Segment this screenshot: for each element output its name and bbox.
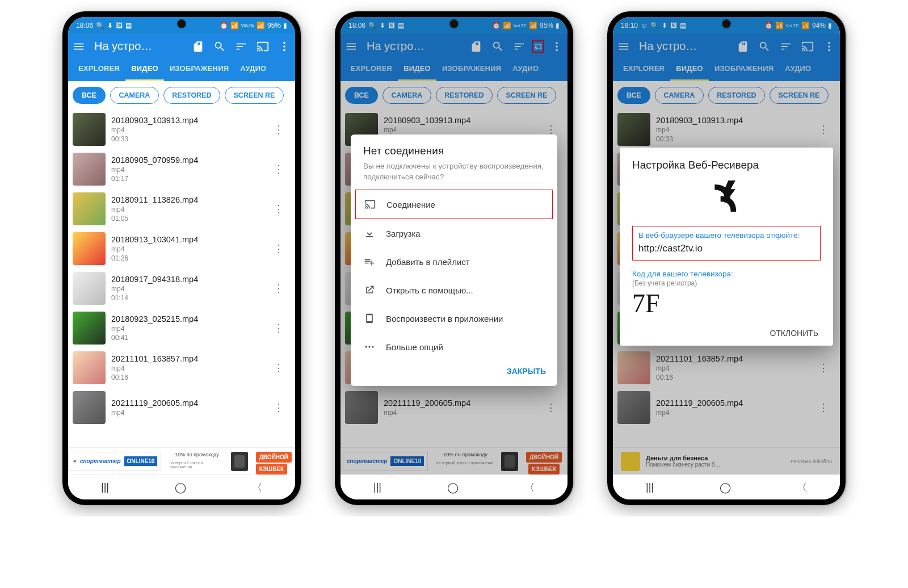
nav-home-icon[interactable]: ◯ [175,481,186,494]
tab-explorer[interactable]: EXPLORER [617,58,670,81]
option-playinapp[interactable]: Воспроизвести в приложении [351,304,557,333]
tab-audio[interactable]: АУДИО [507,58,544,81]
row-menu-icon[interactable]: ⋮ [269,317,288,339]
tab-video[interactable]: ВИДЕО [670,58,709,81]
ad-banner[interactable]: спортмастер ONLINE10 -10% по промокодуна… [340,447,568,474]
nav-back-icon[interactable]: 〈 [524,481,535,494]
tab-explorer[interactable]: EXPLORER [345,58,398,81]
nav-recent-icon[interactable]: ||| [646,481,654,493]
file-row[interactable]: 20180905_070959.mp4mp401:17⋮ [68,149,295,189]
dialog-close-button[interactable]: ЗАКРЫТЬ [351,361,557,381]
sd-card-icon[interactable] [737,40,749,53]
row-menu-icon[interactable]: ⋮ [269,238,288,259]
sd-card-icon[interactable] [470,40,482,53]
ad-banner[interactable]: ◄ спортмастер ONLINE10 -10% по промокоду… [68,447,295,474]
file-row[interactable]: 20180917_094318.mp4mp401:14⋮ [68,268,295,308]
filter-chips: ВСЕ CAMERA RESTORED SCREEN RE [340,81,568,110]
cast-icon [364,198,376,211]
nav-recent-icon[interactable]: ||| [373,481,381,493]
chip-restored[interactable]: RESTORED [436,87,493,104]
sort-icon[interactable] [780,40,792,53]
chip-restored[interactable]: RESTORED [163,87,220,104]
row-menu-icon[interactable]: ⋮ [269,119,288,140]
file-row[interactable]: 20211119_200605.mp4mp4⋮ [340,388,568,427]
cast-icon[interactable] [801,40,814,53]
menu-icon[interactable] [73,40,85,53]
file-row[interactable]: 20211119_200605.mp4mp4⋮ [613,388,840,427]
chip-all[interactable]: ВСЕ [345,87,378,104]
file-row[interactable]: 20211101_163857.mp4mp400:16⋮ [613,348,840,388]
tab-audio[interactable]: АУДИО [234,58,272,81]
menu-icon[interactable] [345,40,358,53]
nav-back-icon[interactable]: 〈 [252,481,262,494]
option-connect[interactable]: Соединение [355,190,553,219]
option-openwith[interactable]: Открыть с помощью... [351,276,557,304]
option-more[interactable]: Больше опций [351,333,557,361]
file-row[interactable]: 20180913_103041.mp4mp401:26⋮ [68,229,295,268]
more-icon[interactable] [278,40,291,53]
row-menu-icon[interactable]: ⋮ [814,357,833,379]
tab-audio[interactable]: АУДИО [779,58,817,81]
ad-brand: спортмастер [80,458,121,464]
volte-icon: VoLTE [786,23,799,28]
sort-icon[interactable] [513,40,526,53]
search-icon[interactable] [213,40,226,53]
option-download[interactable]: Загрузка [351,219,557,247]
tab-explorer[interactable]: EXPLORER [73,58,125,81]
menu-icon[interactable] [617,40,630,53]
cast-icon[interactable] [257,40,269,53]
chip-restored[interactable]: RESTORED [708,87,765,104]
chip-camera[interactable]: CAMERA [655,87,704,104]
more-icon[interactable] [823,40,835,53]
nav-home-icon[interactable]: ◯ [720,481,731,494]
more-icon[interactable] [550,40,563,53]
file-duration: 01:26 [111,254,263,262]
chip-screenrec[interactable]: SCREEN RE [497,87,556,104]
row-menu-icon[interactable]: ⋮ [814,397,833,418]
file-row[interactable]: 20180903_103913.mp4mp400:33⋮ [68,110,295,149]
search-icon[interactable] [491,40,504,53]
screen: 18:06 🔍 ⬇ 🖼 ▤ ⏰ 📶 VoLTE 📶 95% ▮ На устро… [340,17,568,499]
tab-bar: EXPLORER ВИДЕО ИЗОБРАЖЕНИЯ АУДИО [73,58,291,81]
row-menu-icon[interactable]: ⋮ [269,357,288,379]
nav-back-icon[interactable]: 〈 [797,481,807,494]
chip-camera[interactable]: CAMERA [382,87,431,104]
chip-screenrec[interactable]: SCREEN RE [770,87,829,104]
option-playlist[interactable]: Добавить в плейлист [351,247,557,276]
chip-camera[interactable]: CAMERA [110,87,159,104]
chip-screenrec[interactable]: SCREEN RE [225,87,284,104]
cast-icon[interactable] [532,40,544,53]
dismiss-button[interactable]: ОТКЛОНИТЬ [632,318,821,340]
signal-icon: 📶 [257,22,265,30]
row-menu-icon[interactable]: ⋮ [269,397,288,418]
file-row[interactable]: 20180923_025215.mp4mp400:41⋮ [68,308,295,348]
row-menu-icon[interactable]: ⋮ [269,158,288,180]
option-playinapp-label: Воспроизвести в приложении [386,314,503,324]
tab-images[interactable]: ИЗОБРАЖЕНИЯ [709,58,779,81]
chip-all[interactable]: ВСЕ [73,87,106,104]
file-row[interactable]: 20211119_200605.mp4mp4⋮ [68,388,295,427]
file-row[interactable]: 20180903_103913.mp4mp400:33⋮ [613,110,840,149]
video-thumbnail [73,113,106,146]
file-row[interactable]: 20211101_163857.mp4mp400:16⋮ [68,348,295,388]
nav-recent-icon[interactable]: ||| [101,481,109,493]
dialog-title: Нет соединения [351,145,557,161]
row-menu-icon[interactable]: ⋮ [269,198,288,220]
row-menu-icon[interactable]: ⋮ [541,397,561,418]
row-menu-icon[interactable]: ⋮ [269,278,288,299]
sort-icon[interactable] [235,40,247,53]
tab-images[interactable]: ИЗОБРАЖЕНИЯ [164,58,234,81]
tab-images[interactable]: ИЗОБРАЖЕНИЯ [436,58,507,81]
ad-banner[interactable]: Деньги для бизнеса Поможем бизнесу расти… [613,447,840,474]
file-row[interactable]: 20180911_113826.mp4mp401:05⋮ [68,189,295,229]
video-thumbnail [617,391,650,424]
tab-video[interactable]: ВИДЕО [125,58,164,81]
nav-home-icon[interactable]: ◯ [447,481,459,494]
tab-video[interactable]: ВИДЕО [398,58,436,81]
chip-all[interactable]: ВСЕ [617,87,650,104]
file-list[interactable]: 20180903_103913.mp4mp400:33⋮20180905_070… [68,110,295,447]
search-icon[interactable] [758,40,771,53]
sd-card-icon[interactable] [192,40,204,53]
row-menu-icon[interactable]: ⋮ [814,119,833,140]
video-thumbnail [617,113,650,146]
